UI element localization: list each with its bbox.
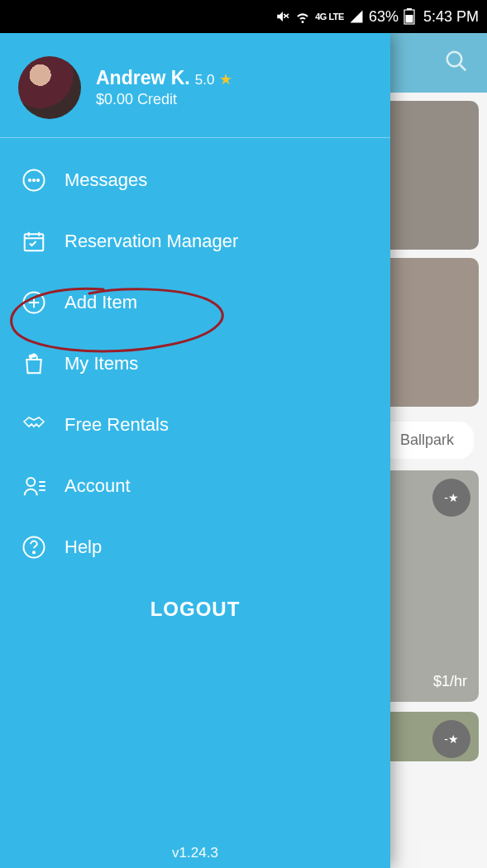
battery-percent: 63% (369, 8, 399, 26)
menu-item-add-item[interactable]: Add Item (0, 272, 390, 333)
wifi-icon (295, 9, 310, 24)
menu-item-free-rentals[interactable]: Free Rentals (0, 394, 390, 455)
menu-item-help[interactable]: Help (0, 517, 390, 578)
bag-icon (20, 350, 48, 378)
profile-name: Andrew K. (96, 67, 190, 89)
menu-item-my-items[interactable]: My Items (0, 333, 390, 394)
menu-label: Free Rentals (64, 414, 169, 436)
menu-item-messages[interactable]: Messages (0, 150, 390, 211)
svg-point-19 (33, 355, 36, 357)
signal-icon (349, 9, 364, 24)
star-icon: ★ (219, 70, 232, 88)
calendar-icon (20, 227, 48, 255)
menu-label: Account (64, 475, 131, 497)
message-icon (20, 166, 48, 194)
svg-point-9 (33, 179, 35, 181)
network-label: 4G LTE (315, 12, 344, 21)
menu-label: Help (64, 537, 102, 558)
battery-icon (403, 8, 415, 25)
menu-item-reservation[interactable]: Reservation Manager (0, 211, 390, 272)
logout-button[interactable]: LOGOUT (0, 578, 390, 641)
mute-icon (275, 9, 290, 24)
menu-list: Messages Reservation Manager Add Item My… (0, 138, 390, 641)
svg-point-10 (37, 179, 39, 181)
status-bar: 4G LTE 63% 5:43 PM (0, 0, 487, 33)
menu-item-account[interactable]: Account (0, 455, 390, 517)
svg-point-20 (26, 478, 35, 486)
svg-rect-1 (407, 8, 412, 10)
clock-time: 5:43 PM (423, 8, 479, 26)
profile-section[interactable]: Andrew K. 5.0 ★ $0.00 Credit (0, 33, 390, 138)
svg-point-8 (29, 179, 31, 181)
nav-drawer: Andrew K. 5.0 ★ $0.00 Credit Messages Re… (0, 33, 390, 868)
menu-label: Add Item (64, 292, 137, 313)
handshake-icon (20, 411, 48, 439)
svg-point-18 (30, 355, 32, 358)
profile-rating: 5.0 (195, 72, 215, 88)
menu-label: Messages (64, 169, 147, 191)
profile-credit: $0.00 Credit (96, 91, 232, 108)
svg-rect-2 (405, 15, 413, 23)
svg-point-25 (33, 551, 35, 553)
menu-label: Reservation Manager (64, 231, 238, 252)
help-icon (20, 533, 48, 561)
plus-circle-icon (20, 289, 48, 317)
menu-label: My Items (64, 353, 138, 374)
version-label: v1.24.3 (0, 845, 390, 868)
account-icon (20, 472, 48, 500)
avatar (18, 56, 81, 119)
